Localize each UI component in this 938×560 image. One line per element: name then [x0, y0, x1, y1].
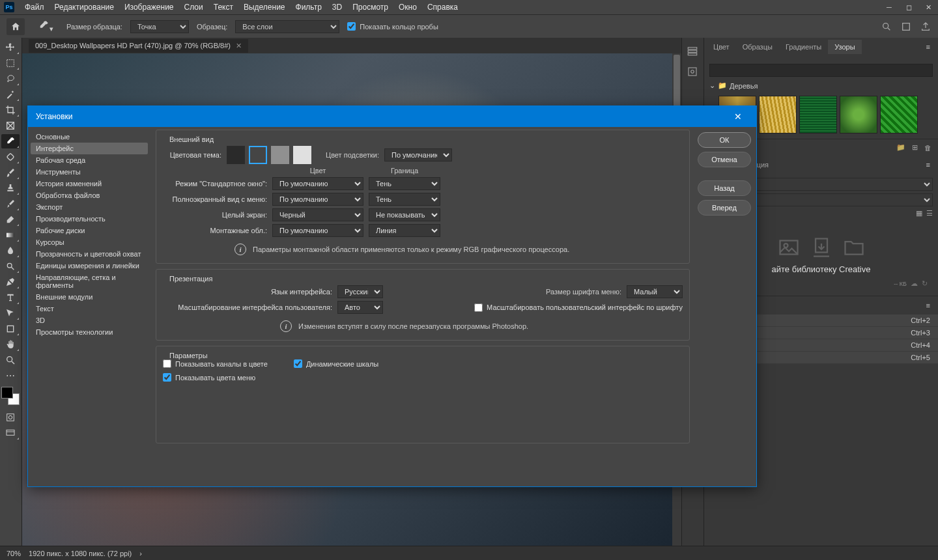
home-button[interactable] [7, 18, 25, 35]
cat-filehandling[interactable]: Обработка файлов [31, 189, 148, 201]
move-tool[interactable] [1, 40, 20, 55]
stamp-tool[interactable] [1, 181, 20, 195]
maximize-button[interactable]: ◻ [899, 0, 918, 14]
pattern-thumb[interactable] [880, 96, 918, 133]
cloud-icon[interactable]: ☁ [911, 279, 918, 288]
marquee-tool[interactable] [1, 56, 20, 70]
panel-menu-icon[interactable]: ≡ [921, 40, 935, 53]
foreground-color[interactable] [1, 387, 13, 399]
history-brush-tool[interactable] [1, 197, 20, 211]
pattern-search[interactable] [709, 64, 933, 77]
edit-toolbar[interactable]: ⋯ [1, 369, 20, 383]
tab-color[interactable]: Цвет [707, 40, 736, 54]
minimize-button[interactable]: ─ [879, 0, 899, 14]
fullscreen-menu-border-select[interactable]: Тень [369, 193, 440, 206]
wand-tool[interactable] [1, 87, 20, 102]
scale-font-checkbox[interactable]: Масштабировать пользовательский интерфей… [474, 303, 683, 312]
path-tool[interactable] [1, 306, 20, 320]
cat-general[interactable]: Основные [31, 131, 148, 143]
cat-workspace[interactable]: Рабочая среда [31, 154, 148, 166]
folder-icon[interactable]: 📁 [896, 143, 905, 152]
menu-filter[interactable]: Фильтр [291, 1, 327, 14]
tab-patterns[interactable]: Узоры [828, 40, 861, 54]
type-tool[interactable] [1, 290, 20, 305]
cat-history[interactable]: История изменений [31, 178, 148, 189]
search-icon[interactable] [881, 21, 892, 33]
pen-tool[interactable] [1, 275, 20, 289]
history-panel-icon[interactable] [683, 43, 702, 59]
cat-type[interactable]: Текст [31, 303, 148, 315]
theme-light[interactable] [293, 146, 311, 164]
fullscreen-menu-color-select[interactable]: По умолчанию [272, 193, 363, 206]
pattern-thumb[interactable] [799, 96, 837, 133]
dynamic-scales-checkbox[interactable]: Динамические шкалы [294, 359, 378, 368]
tab-gradients[interactable]: Градиенты [779, 40, 828, 54]
sample-layers-select[interactable]: Все слои [235, 20, 339, 33]
color-swatch[interactable] [1, 387, 20, 405]
eyedropper-tool[interactable] [1, 134, 20, 148]
properties-panel-icon[interactable] [683, 64, 702, 79]
menu-window[interactable]: Окно [393, 1, 422, 14]
scale-select[interactable]: Авто [337, 301, 383, 314]
menu-image[interactable]: Изображение [119, 1, 179, 14]
menu-file[interactable]: Файл [20, 1, 50, 14]
prev-button[interactable]: Назад [698, 180, 751, 196]
cat-interface[interactable]: Интерфейс [31, 143, 148, 154]
frame-icon[interactable] [900, 21, 912, 33]
close-icon[interactable]: ✕ [236, 42, 242, 50]
chevron-right-icon[interactable]: › [139, 550, 142, 557]
gradient-tool[interactable] [1, 228, 20, 242]
hand-tool[interactable] [1, 337, 20, 352]
close-button[interactable]: ✕ [918, 0, 938, 14]
ok-button[interactable]: ОК [698, 132, 751, 148]
screenmode-tool[interactable] [1, 426, 20, 440]
language-select[interactable]: Русский [337, 285, 383, 298]
brush-tool[interactable] [1, 165, 20, 180]
eraser-tool[interactable] [1, 212, 20, 227]
panel-menu-icon[interactable]: ≡ [921, 158, 935, 171]
cat-performance[interactable]: Производительность [31, 213, 148, 225]
cat-scratch[interactable]: Рабочие диски [31, 225, 148, 236]
artboard-border-select[interactable]: Линия [369, 224, 440, 237]
artboard-color-select[interactable]: По умолчанию [272, 224, 363, 237]
cat-tools[interactable]: Инструменты [31, 166, 148, 178]
menu-edit[interactable]: Редактирование [50, 1, 119, 14]
shape-tool[interactable] [1, 322, 20, 336]
zoom-level[interactable]: 70% [7, 550, 21, 557]
cat-guides[interactable]: Направляющие, сетка и фрагменты [31, 272, 148, 291]
pattern-thumb[interactable] [840, 96, 877, 133]
blur-tool[interactable] [1, 244, 20, 258]
cat-tech[interactable]: Просмотры технологии [31, 326, 148, 338]
menu-layers[interactable]: Слои [179, 1, 208, 14]
crop-tool[interactable] [1, 103, 20, 117]
theme-dark[interactable] [249, 146, 267, 164]
trash-icon[interactable]: 🗑 [924, 144, 931, 152]
fontsize-select[interactable]: Малый [627, 285, 683, 298]
new-icon[interactable]: ⊞ [912, 143, 918, 152]
pattern-folder[interactable]: ⌄ 📁 Деревья [709, 79, 933, 92]
cat-export[interactable]: Экспорт [31, 201, 148, 213]
cat-3d[interactable]: 3D [31, 315, 148, 326]
cat-plugins[interactable]: Внешние модули [31, 291, 148, 303]
show-menu-colors-checkbox[interactable]: Показывать цвета меню [163, 373, 683, 382]
show-channels-checkbox[interactable]: Показывать каналы в цвете [163, 359, 268, 368]
sample-size-select[interactable]: Точка [130, 20, 189, 33]
panel-menu-icon[interactable]: ≡ [921, 299, 935, 312]
cat-units[interactable]: Единицы измерения и линейки [31, 260, 148, 272]
fullscreen-color-select[interactable]: Черный [272, 208, 363, 221]
theme-medium[interactable] [271, 146, 289, 164]
dialog-titlebar[interactable]: Установки ✕ [28, 106, 756, 127]
menu-select[interactable]: Выделение [238, 1, 291, 14]
standard-border-select[interactable]: Тень [369, 177, 440, 190]
sync-icon[interactable]: ↻ [922, 279, 928, 288]
doc-info[interactable]: 1920 пикс. x 1080 пикс. (72 ppi) [29, 550, 132, 557]
frame-tool[interactable] [1, 119, 20, 133]
list-view-icon[interactable]: ☰ [926, 209, 933, 217]
zoom-tool[interactable] [1, 353, 20, 367]
theme-darkest[interactable] [227, 146, 245, 164]
pattern-thumb[interactable] [759, 96, 797, 133]
fullscreen-border-select[interactable]: Не показывать [369, 208, 440, 221]
cat-cursors[interactable]: Курсоры [31, 236, 148, 248]
cancel-button[interactable]: Отмена [698, 152, 751, 167]
menu-type[interactable]: Текст [208, 1, 238, 14]
